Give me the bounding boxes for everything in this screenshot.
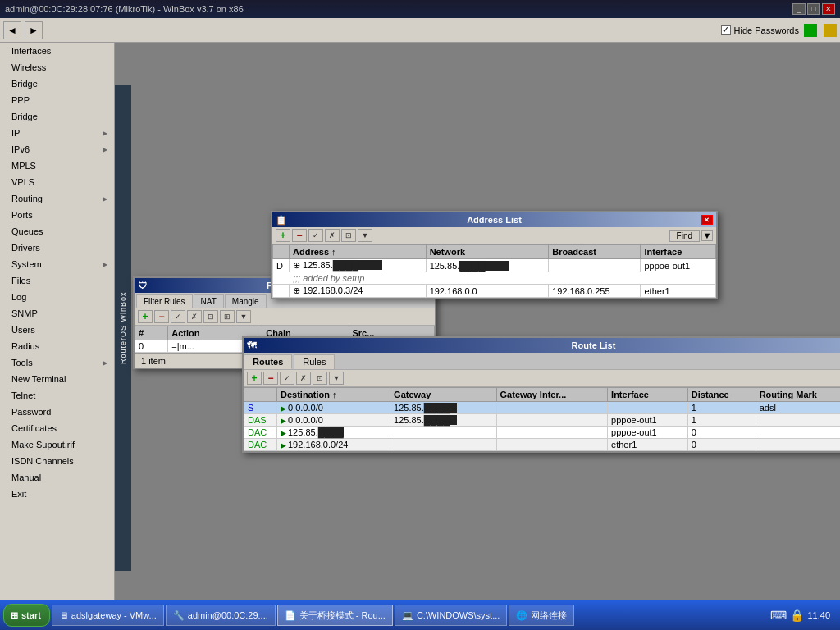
firewall-remove-button[interactable]: − [154,310,169,323]
firewall-paste-button[interactable]: ⊞ [220,310,235,323]
sidebar-arrow-ipv6: ▶ [103,146,107,153]
taskbar-item-label: adslgateway - VMw... [71,610,157,620]
sidebar-item-queues[interactable]: Queues [0,223,114,240]
find-button[interactable]: Find [669,230,700,242]
addr-cell-interface: ether1 [641,285,716,298]
sidebar-item-routing[interactable]: Routing ▶ [0,190,114,207]
route-tab-rules[interactable]: Rules [294,354,335,369]
sidebar-item-radius[interactable]: Radius [0,338,114,354]
address-list-close-button[interactable]: ✕ [701,215,713,225]
route-copy-button[interactable]: ⊡ [313,372,327,385]
route-cell-gateway [390,427,496,439]
address-list-table: Address ↑ Network Broadcast Interface D … [272,244,716,298]
firewall-x-button[interactable]: ✗ [187,310,202,323]
addr-col-flag[interactable] [273,245,290,259]
table-row[interactable]: S ▶0.0.0.0/0 125.85.████ 1 adsl [244,402,841,414]
firewall-check-button[interactable]: ✓ [171,310,185,323]
taskbar-item-windows[interactable]: 💻 C:\WINDOWS\syst... [395,605,507,626]
sidebar-item-log[interactable]: Log [0,289,114,305]
addr-dropdown-arrow[interactable]: ▼ [701,230,713,241]
sidebar-item-isdn-channels[interactable]: ISDN Channels [0,453,114,469]
table-row[interactable]: DAC ▶192.168.0.0/24 ether1 0 192.168.0.3 [244,439,841,451]
sidebar-item-ports[interactable]: Ports [0,207,114,223]
route-col-gw-inter[interactable]: Gateway Inter... [496,388,608,402]
sidebar-item-snmp[interactable]: SNMP [0,305,114,322]
firewall-tab-nat[interactable]: NAT [194,294,224,308]
sidebar-item-ipv6[interactable]: IPv6 ▶ [0,141,114,158]
maximize-button[interactable]: □ [807,3,820,15]
sidebar-item-ip[interactable]: IP ▶ [0,125,114,141]
route-col-interface[interactable]: Interface [608,388,688,402]
taskbar-item-bridge[interactable]: 📄 关于桥接模式 - Rou... [277,605,393,626]
route-check-button[interactable]: ✓ [280,372,294,385]
addr-x-button[interactable]: ✗ [325,229,340,242]
route-cell-gw-inter [496,427,608,439]
minimize-button[interactable]: _ [792,3,806,15]
route-x-button[interactable]: ✗ [296,372,311,385]
table-row[interactable]: ⊕ 192.168.0.3/24 192.168.0.0 192.168.0.2… [273,285,716,298]
route-col-gateway[interactable]: Gateway [390,388,496,402]
addr-col-interface[interactable]: Interface [641,245,716,259]
sidebar-item-vpls[interactable]: VPLS [0,174,114,190]
sidebar-item-drivers[interactable]: Drivers [0,240,114,256]
addr-col-broadcast[interactable]: Broadcast [549,245,641,259]
addr-col-network[interactable]: Network [426,245,549,259]
route-filter-button[interactable]: ▼ [329,372,344,385]
table-row[interactable]: DAC ▶125.85.████ pppoe-out1 0 125.85.66.… [244,427,841,439]
close-button[interactable]: ✕ [822,3,835,15]
firewall-tab-mangle[interactable]: Mangle [225,294,267,308]
sidebar-item-label: IPv6 [11,144,30,154]
sidebar-item-label: Queues [11,226,43,236]
table-row[interactable]: ;;; added by setup [273,272,716,285]
sidebar-item-manual[interactable]: Manual [0,469,114,486]
addr-col-address[interactable]: Address ↑ [290,245,427,259]
addr-remove-button[interactable]: − [292,229,307,242]
route-cell-gateway [390,439,496,451]
addr-filter-button[interactable]: ▼ [358,229,372,242]
forward-button[interactable]: ► [25,21,43,39]
route-cell-interface: pppoe-out1 [608,427,688,439]
sidebar-item-new-terminal[interactable]: New Terminal [0,371,114,387]
table-row[interactable]: DAS ▶0.0.0.0/0 125.85.████ pppoe-out1 1 [244,414,841,427]
route-col-destination[interactable]: Destination ↑ [277,388,390,402]
sidebar-item-mpls[interactable]: MPLS [0,158,114,174]
sidebar-item-wireless[interactable]: Wireless [0,59,114,75]
taskbar-item-admin[interactable]: 🔧 admin@00:0C:29:... [166,605,276,626]
sidebar-item-password[interactable]: Password [0,404,114,420]
sidebar-item-telnet[interactable]: Telnet [0,387,114,404]
sidebar-item-certificates[interactable]: Certificates [0,420,114,436]
taskbar-item-adslgateway[interactable]: 🖥 adslgateway - VMw... [52,605,164,626]
route-add-button[interactable]: + [247,372,262,385]
sidebar-item-system[interactable]: System ▶ [0,256,114,272]
route-col-routing-mark[interactable]: Routing Mark [756,388,840,402]
sidebar-item-users[interactable]: Users [0,322,114,338]
sidebar-item-tools[interactable]: Tools ▶ [0,354,114,371]
sidebar-item-bridge2[interactable]: Bridge [0,108,114,125]
route-col-distance[interactable]: Distance [687,388,756,402]
route-tab-routes[interactable]: Routes [244,354,292,369]
sidebar-item-label: Interfaces [11,46,51,56]
addr-check-button[interactable]: ✓ [308,229,323,242]
sidebar-item-make-supout[interactable]: Make Supout.rif [0,436,114,453]
taskbar-item-network[interactable]: 🌐 网络连接 [509,605,574,626]
sidebar-item-bridge1[interactable]: Bridge [0,75,114,92]
fw-col-num[interactable]: # [135,326,168,340]
sidebar-item-exit[interactable]: Exit [0,486,114,502]
addr-copy-button[interactable]: ⊡ [341,229,356,242]
firewall-add-button[interactable]: + [138,310,153,323]
sidebar-item-files[interactable]: Files [0,272,114,289]
table-row[interactable]: D ⊕ 125.85.████ 125.85.████ pppoe-out1 [273,259,716,272]
route-col-flag[interactable] [244,388,277,402]
firewall-copy-button[interactable]: ⊡ [203,310,218,323]
route-remove-button[interactable]: − [263,372,278,385]
sidebar-item-interfaces[interactable]: Interfaces [0,43,114,59]
sidebar-item-ppp[interactable]: PPP [0,92,114,108]
firewall-tab-filter-rules[interactable]: Filter Rules [136,294,193,308]
start-button[interactable]: ⊞ start [3,604,50,627]
hide-passwords-checkbox[interactable]: ✓ [721,25,731,35]
addr-add-button[interactable]: + [276,229,290,242]
sidebar-item-label: Files [11,276,30,285]
route-cell-routing-mark [756,414,840,427]
firewall-filter-button[interactable]: ▼ [236,310,251,323]
back-button[interactable]: ◄ [3,21,21,39]
